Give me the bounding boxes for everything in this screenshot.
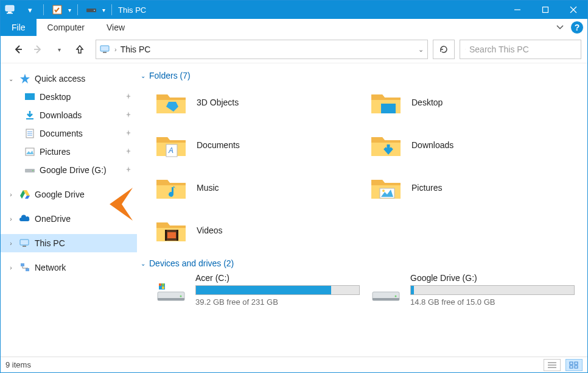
- tree-item-google-drive-g[interactable]: Google Drive (G:): [1, 161, 137, 179]
- tree-google-drive[interactable]: › Google Drive: [1, 185, 137, 204]
- pin-icon: [125, 92, 132, 102]
- svg-rect-1: [8, 12, 12, 13]
- status-item-count: 9 items: [5, 360, 31, 369]
- tree-this-pc[interactable]: › This PC: [1, 234, 137, 252]
- chevron-right-icon[interactable]: ›: [7, 240, 15, 247]
- help-button[interactable]: ?: [570, 21, 584, 34]
- qat-dropdown-icon[interactable]: ▾: [23, 2, 37, 17]
- folder-3d-objects[interactable]: 3D Objects: [155, 85, 364, 119]
- search-icon: [465, 45, 466, 54]
- svg-rect-17: [25, 93, 35, 100]
- folder-icon: [370, 131, 402, 159]
- folder-videos[interactable]: Videos: [155, 213, 364, 247]
- folder-icon: [155, 88, 187, 116]
- drive-usage-bar: [410, 285, 575, 295]
- chevron-down-icon: ⌄: [141, 73, 145, 79]
- search-box[interactable]: [460, 40, 581, 59]
- folder-music[interactable]: Music: [155, 171, 364, 205]
- close-button[interactable]: [559, 1, 587, 19]
- tree-quick-access[interactable]: ⌄ Quick access: [1, 69, 137, 88]
- tree-onedrive[interactable]: › OneDrive: [1, 210, 137, 228]
- section-drives-header[interactable]: ⌄ Devices and drives (2): [141, 258, 579, 268]
- tree-label: Quick access: [35, 74, 85, 83]
- content-pane: ⌄ Folders (7) 3D Objects Desktop A Docum…: [137, 63, 587, 357]
- address-dropdown-icon[interactable]: ⌄: [418, 46, 424, 54]
- folder-documents[interactable]: A Documents: [155, 128, 364, 162]
- svg-rect-23: [26, 148, 34, 155]
- tree-item-pictures[interactable]: Pictures: [1, 143, 137, 161]
- svg-rect-35: [381, 104, 396, 113]
- qat-caret-icon[interactable]: ▾: [68, 7, 71, 13]
- section-title: Folders (7): [149, 71, 191, 80]
- folder-icon: [370, 174, 402, 202]
- pin-icon: [125, 129, 132, 138]
- quick-access-toolbar: ▾ ▾ ▾: [1, 2, 114, 17]
- svg-rect-13: [103, 52, 107, 53]
- qat-caret2-icon[interactable]: ▾: [102, 7, 105, 13]
- folder-label: Documents: [197, 140, 240, 150]
- tree-label: Documents: [40, 129, 83, 138]
- breadcrumb-this-pc[interactable]: This PC: [121, 44, 151, 54]
- svg-rect-32: [21, 263, 24, 266]
- svg-point-5: [94, 10, 95, 11]
- pin-icon: [125, 147, 132, 157]
- svg-rect-12: [100, 46, 109, 51]
- status-bar: 9 items: [1, 357, 587, 372]
- svg-rect-65: [575, 366, 578, 368]
- network-icon: [19, 262, 31, 273]
- forward-button[interactable]: [31, 42, 46, 57]
- up-button[interactable]: [72, 42, 87, 57]
- back-button[interactable]: [10, 42, 25, 57]
- chevron-right-icon[interactable]: ›: [7, 265, 15, 271]
- folder-icon: A: [155, 131, 187, 159]
- section-title: Devices and drives (2): [149, 258, 234, 268]
- svg-rect-51: [159, 283, 161, 286]
- svg-point-57: [395, 296, 397, 297]
- svg-rect-46: [158, 298, 184, 300]
- window-title: This PC: [118, 5, 146, 15]
- ribbon-collapse-button[interactable]: [550, 23, 570, 33]
- refresh-button[interactable]: [433, 40, 455, 59]
- maximize-button[interactable]: [531, 1, 559, 19]
- svg-rect-33: [26, 268, 29, 271]
- chevron-down-icon[interactable]: ⌄: [7, 76, 15, 82]
- search-input[interactable]: [469, 44, 576, 54]
- drive-google-drive-g[interactable]: Google Drive (G:) 14.8 GB free of 15.0 G…: [370, 273, 579, 316]
- tree-label: This PC: [35, 238, 65, 248]
- this-pc-icon: [100, 45, 111, 54]
- section-folders-header[interactable]: ⌄ Folders (7): [141, 71, 579, 80]
- chevron-down-icon: ⌄: [141, 260, 145, 267]
- tree-label: Desktop: [40, 92, 71, 102]
- tree-network[interactable]: › Network: [1, 258, 137, 277]
- tab-file[interactable]: File: [1, 19, 37, 36]
- svg-text:A: A: [168, 146, 173, 155]
- breadcrumb-sep-icon[interactable]: ›: [114, 46, 117, 53]
- folder-icon: [370, 88, 402, 116]
- quick-access-icon: [19, 73, 31, 84]
- drive-acer-c[interactable]: Acer (C:) 39.2 GB free of 231 GB: [155, 273, 364, 316]
- folder-desktop[interactable]: Desktop: [370, 85, 579, 119]
- address-bar[interactable]: › This PC ⌄: [96, 40, 428, 59]
- chevron-right-icon[interactable]: ›: [7, 191, 15, 198]
- tree-label: OneDrive: [35, 214, 71, 224]
- tree-item-desktop[interactable]: Desktop: [1, 88, 137, 106]
- svg-rect-30: [20, 240, 29, 245]
- svg-rect-7: [543, 7, 548, 13]
- folder-downloads[interactable]: Downloads: [370, 128, 579, 162]
- recent-locations-button[interactable]: ▾: [52, 42, 66, 57]
- drive-icon[interactable]: [84, 2, 99, 17]
- tree-label: Google Drive (G:): [40, 165, 107, 175]
- drive-name: Acer (C:): [195, 273, 364, 283]
- view-large-icons-button[interactable]: [565, 359, 583, 371]
- folder-pictures[interactable]: Pictures: [370, 171, 579, 205]
- folder-icon: [155, 216, 187, 244]
- view-details-button[interactable]: [544, 359, 561, 371]
- tree-item-documents[interactable]: Documents: [1, 124, 137, 143]
- tree-item-downloads[interactable]: Downloads: [1, 106, 137, 124]
- folder-label: Videos: [197, 226, 223, 235]
- tab-computer[interactable]: Computer: [37, 23, 96, 32]
- chevron-right-icon[interactable]: ›: [7, 216, 15, 222]
- properties-icon[interactable]: [50, 2, 65, 17]
- minimize-button[interactable]: [503, 1, 531, 19]
- tab-view[interactable]: View: [96, 23, 136, 32]
